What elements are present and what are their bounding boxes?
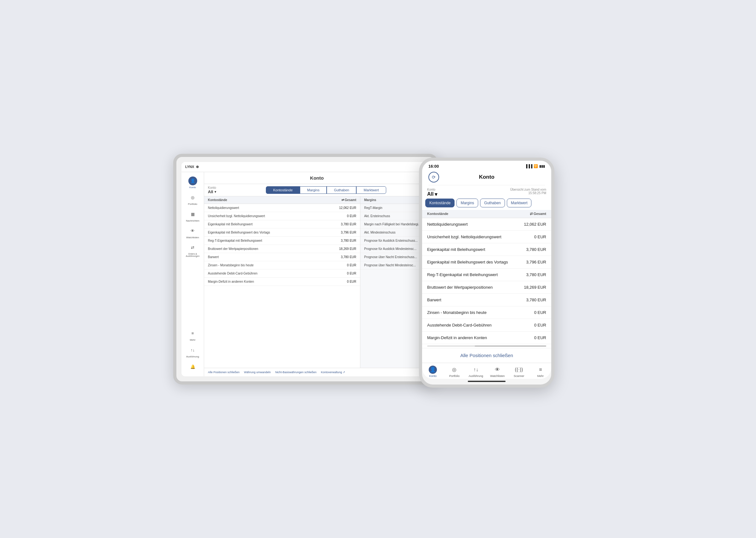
tablet-tab-bar: Kontostände Margins Guthaben Marktwert: [226, 186, 426, 194]
phone-kontostaende-table: Kontostände ⇄ Gesamt Nettoliquidierungsw…: [422, 210, 551, 344]
mehr-nav-icon: ≡: [537, 366, 544, 374]
footer-link-currency[interactable]: Währung umwandeln: [244, 371, 271, 374]
sidebar-watchlisten-label: Watchlisten: [186, 236, 199, 239]
table-row: Eigenkapital mit Beleihungswert 3,780 EU…: [204, 220, 360, 229]
tablet-page-title: Konto: [204, 172, 430, 184]
phone-row-value: 18,269 EUR: [524, 285, 546, 290]
tab-guthaben[interactable]: Guthaben: [327, 186, 356, 194]
phone-bottom-nav: 👤 Konto ◎ Portfolio ↑↓ Ausführung 👁 Watc…: [422, 363, 551, 379]
table-row: Zinsen - Monatsbeginn bis heute 0 EUR: [204, 261, 360, 269]
ausfuhrung-nav-label: Ausführung: [469, 374, 483, 378]
sidebar-item-ausfuhrung[interactable]: ↑↓ Ausführung: [181, 344, 204, 360]
tablet-top-bar: LYNX ⊛: [181, 162, 430, 172]
phone-table-row: Eigenkapital mit Beleihungswert des Vort…: [422, 256, 551, 269]
phone-row-label: Eigenkapital mit Beleihungswert: [427, 247, 485, 252]
watchlisten-nav-icon: 👁: [493, 366, 501, 374]
sidebar-item-watchlisten[interactable]: 👁 Watchlisten: [181, 225, 204, 241]
phone-row-value: 3,780 EUR: [526, 247, 546, 252]
phone-account-right: Übersicht zum Stand vom 15:58:25 PM: [510, 188, 546, 195]
phone-table-header: Kontostände ⇄ Gesamt: [422, 210, 551, 218]
row-value: 0 EUR: [347, 263, 356, 267]
footer-link-non-base[interactable]: Nicht-Basiswährungen schließen: [275, 371, 316, 374]
sidebar-konto-label: Konto: [189, 186, 196, 189]
row-value: 12,062 EUR: [339, 206, 356, 210]
status-icons: ▐▐▐ 🛜 ▮▮▮: [525, 164, 545, 168]
tab-margins[interactable]: Margins: [300, 186, 327, 194]
tablet-left-rows: Nettoliquidierungswert 12,062 EUR Unsich…: [204, 204, 360, 286]
phone-nav-mehr[interactable]: ≡ Mehr: [530, 366, 551, 378]
phone-account-left: Konto All ▾: [427, 188, 437, 197]
row-label: Reg-T-Eigenkapital mit Beleihungswert: [208, 239, 262, 242]
phone-nav-konto[interactable]: 👤 Konto: [422, 366, 444, 378]
phone-tab-bar: Kontostände Margins Guthaben Marktwert: [422, 198, 551, 210]
sidebar-item-alerts[interactable]: 🔔: [181, 360, 204, 374]
row-label: RegT-Margin: [364, 206, 382, 210]
tablet-sub-header: Konto All ▾ Kontostände Margins Guthaben…: [204, 184, 430, 196]
sidebar-mehr-label: Mehr: [190, 339, 195, 341]
sort-icon: ⇄: [342, 198, 344, 202]
scene: LYNX ⊛ 👤 Konto ◎ Portfolio ▦ N: [173, 154, 583, 385]
sidebar-item-mehr[interactable]: ≡ Mehr: [181, 327, 204, 343]
phone-header: ⟳ Konto: [428, 171, 545, 185]
sidebar-item-orders[interactable]: ⇄ Orders & Ausführungen: [181, 242, 204, 259]
phone-row-label: Nettoliquidierungswert: [427, 222, 468, 227]
phone-tab-guthaben[interactable]: Guthaben: [480, 198, 505, 207]
mehr-nav-label: Mehr: [538, 374, 544, 378]
phone-table-row: Ausstehende Debit-Card-Gebühren 0 EUR: [422, 319, 551, 332]
margins-header-label: Margins: [364, 198, 376, 202]
phone-tab-kontostaende[interactable]: Kontostände: [425, 198, 454, 207]
tablet-footer: Alle Positionen schließen Währung umwand…: [204, 368, 430, 376]
row-value: 3,780 EUR: [341, 255, 356, 259]
phone-refresh-button[interactable]: ⟳: [428, 172, 439, 183]
konto-sub-label: Konto: [208, 186, 224, 189]
ausfuhrung-icon: ↑↓: [188, 346, 197, 354]
phone-row-label: Zinsen - Monatsbeginn bis heute: [427, 310, 487, 315]
sidebar-item-portfolio[interactable]: ◎ Portfolio: [181, 191, 204, 207]
phone-nav-portfolio[interactable]: ◎ Portfolio: [444, 366, 465, 378]
phone-home-bar: [468, 381, 505, 382]
signal-icon: ▐▐▐: [525, 164, 532, 168]
sidebar-item-nachrichten[interactable]: ▦ Nachrichten: [181, 208, 204, 224]
phone-row-label: Margin-Defizit in anderen Konten: [427, 335, 487, 340]
phone-account-selector[interactable]: All ▾: [427, 191, 437, 197]
row-value: 3,780 EUR: [341, 223, 356, 226]
phone-status-bar: 16:00 ▐▐▐ 🛜 ▮▮▮: [428, 164, 545, 169]
footer-link-kontoverwaltung[interactable]: Kontoverwaltung ↗: [321, 371, 346, 374]
row-label: Prognose für Ausblick Mindesteinsc...: [364, 247, 416, 250]
phone-table-row: Zinsen - Monatsbeginn bis heute 0 EUR: [422, 306, 551, 319]
konto-nav-icon: 👤: [429, 366, 437, 374]
sidebar-item-konto[interactable]: 👤 Konto: [181, 175, 204, 191]
phone-nav-watchlisten[interactable]: 👁 Watchlisten: [487, 366, 508, 378]
tab-kontostaende[interactable]: Kontostände: [266, 186, 300, 194]
nachrichten-icon: ▦: [188, 210, 197, 219]
tab-marktwert[interactable]: Marktwert: [356, 186, 386, 194]
row-label: Bruttowert der Wertpapierpositionen: [208, 247, 258, 250]
sidebar-orders-label: Orders & Ausführungen: [181, 253, 204, 257]
tablet-sidebar: 👤 Konto ◎ Portfolio ▦ Nachrichten 👁 Watc…: [181, 172, 204, 376]
row-label: Prognose über Nacht Ersteinschuss...: [364, 255, 417, 259]
watchlisten-icon: 👁: [188, 227, 197, 236]
phone-row-label: Unsicherheit bzgl. Nettoliquidierungswer…: [427, 235, 501, 239]
phone-cta-area: Alle Positionen schließen: [422, 348, 551, 363]
tablet-account-selector[interactable]: All ▾: [208, 189, 224, 194]
phone-nav-ausfuhrung[interactable]: ↑↓ Ausführung: [465, 366, 487, 378]
phone-cta-button[interactable]: Alle Positionen schließen: [460, 353, 513, 358]
phone-row-value: 3,780 EUR: [526, 297, 546, 302]
phone-row-value: 0 EUR: [534, 323, 546, 327]
phone-tab-marktwert[interactable]: Marktwert: [507, 198, 532, 207]
footer-link-close-all[interactable]: Alle Positionen schließen: [208, 371, 240, 374]
phone-table-rows: Nettoliquidierungswert 12,062 EUR Unsich…: [422, 218, 551, 344]
phone-row-value: 3,796 EUR: [526, 260, 546, 264]
status-time: 16:00: [428, 164, 439, 169]
phone-tab-margins[interactable]: Margins: [456, 198, 478, 207]
table-row: Nettoliquidierungswert 12,062 EUR: [204, 204, 360, 212]
phone-page-title: Konto: [479, 174, 494, 180]
wifi-status-icon: 🛜: [534, 164, 538, 168]
row-value: 0 EUR: [347, 280, 356, 283]
phone-nav-scanner[interactable]: ((·)) Scanner: [508, 366, 530, 378]
row-label: Akt. Ersteinschuss: [364, 214, 390, 218]
phone-row-value: 0 EUR: [534, 310, 546, 315]
tablet-screen: LYNX ⊛ 👤 Konto ◎ Portfolio ▦ N: [181, 162, 430, 376]
phone-scroll-indicator: [427, 346, 546, 347]
phone-chevron-down-icon: ▾: [435, 191, 437, 197]
